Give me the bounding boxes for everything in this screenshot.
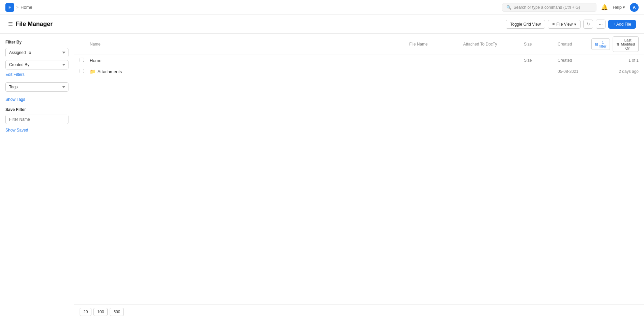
add-file-button[interactable]: + Add File: [608, 20, 636, 29]
fr-checkbox: [80, 69, 90, 74]
breadcrumb-row: Home Size Created 1 of 1: [74, 55, 644, 66]
bc-name: Home: [90, 58, 524, 63]
edit-filters-link[interactable]: Edit Filters: [5, 72, 68, 77]
avatar[interactable]: A: [630, 3, 639, 12]
search-bar[interactable]: 🔍 Search or type a command (Ctrl + G): [502, 3, 596, 12]
breadcrumb-home[interactable]: Home: [21, 5, 32, 10]
search-icon: 🔍: [506, 5, 511, 10]
main-layout: Filter By Assigned To Created By Edit Fi…: [0, 34, 644, 318]
filter-count-label: 1 filter: [599, 40, 607, 48]
sort-icon: ⇅: [616, 42, 619, 47]
tags-section: Tags: [5, 82, 68, 94]
assigned-to-select[interactable]: Assigned To: [5, 48, 68, 57]
show-saved-link[interactable]: Show Saved: [5, 128, 28, 133]
fr-checkbox-input[interactable]: [80, 69, 84, 73]
table-row[interactable]: 📁 Attachments 05-08-2021 2 days ago: [74, 66, 644, 77]
bc-checkbox: [80, 58, 90, 63]
tags-select[interactable]: Tags: [5, 82, 68, 92]
refresh-button[interactable]: ↻: [583, 20, 593, 29]
page-size-100[interactable]: 100: [93, 308, 108, 316]
filter-icon: ⊟: [595, 42, 598, 47]
pagination-bar: 20 100 500: [74, 304, 644, 318]
search-placeholder: Search or type a command (Ctrl + G): [513, 5, 580, 10]
top-nav-left: F > Home: [5, 3, 32, 12]
list-icon: ≡: [552, 22, 555, 27]
col-header-name: Name: [90, 42, 409, 47]
page-title-wrap: ☰ File Manager: [8, 21, 53, 28]
fr-modified: 2 days ago: [598, 69, 639, 74]
fr-created: 05-08-2021: [558, 69, 598, 74]
file-area: Name File Name Attached To DocTy Size Cr…: [74, 34, 644, 318]
page-size-20[interactable]: 20: [80, 308, 91, 316]
file-area-spacer: [74, 77, 644, 304]
fr-name: 📁 Attachments: [90, 69, 409, 74]
chevron-down-icon: ▾: [623, 5, 625, 10]
col-header-actions: ⊟ 1 filter ⇅ Last Modified On: [598, 36, 639, 52]
bell-icon[interactable]: 🔔: [601, 4, 608, 10]
bc-size: Size: [524, 58, 558, 63]
col-header-filename: File Name: [409, 42, 463, 47]
top-nav: F > Home 🔍 Search or type a command (Ctr…: [0, 0, 644, 15]
page-size-500[interactable]: 500: [110, 308, 124, 316]
col-header-size: Size: [524, 42, 558, 47]
save-filter-label: Save Filter: [5, 107, 68, 112]
bc-checkbox-input[interactable]: [80, 58, 84, 62]
created-by-select[interactable]: Created By: [5, 60, 68, 69]
breadcrumb-sep: >: [16, 5, 19, 10]
sort-button[interactable]: ⇅ Last Modified On: [613, 36, 639, 52]
bc-count: 1 of 1: [598, 58, 639, 63]
help-button[interactable]: Help ▾: [613, 5, 625, 10]
sort-label: Last Modified On: [621, 38, 635, 50]
page-header: ☰ File Manager Toggle Grid View ≡ File V…: [0, 15, 644, 34]
file-view-button[interactable]: ≡ File View ▾: [548, 20, 581, 29]
toggle-grid-view-button[interactable]: Toggle Grid View: [506, 20, 545, 29]
file-list-header: Name File Name Attached To DocTy Size Cr…: [74, 34, 644, 55]
bc-created: Created: [558, 58, 598, 63]
filter-button[interactable]: ⊟ 1 filter: [591, 38, 610, 50]
top-nav-right: 🔍 Search or type a command (Ctrl + G) 🔔 …: [502, 3, 639, 12]
filter-panel: Filter By Assigned To Created By Edit Fi…: [0, 34, 74, 318]
page-title: File Manager: [16, 21, 53, 28]
folder-name-label: Attachments: [97, 69, 122, 74]
more-options-button[interactable]: ···: [596, 20, 606, 29]
page-actions: Toggle Grid View ≡ File View ▾ ↻ ··· + A…: [506, 20, 636, 29]
filter-by-label: Filter By: [5, 40, 68, 45]
app-icon[interactable]: F: [5, 3, 14, 12]
filter-name-input[interactable]: [5, 115, 68, 124]
file-view-label: File View: [556, 22, 572, 27]
col-header-attached: Attached To DocTy: [463, 42, 524, 47]
folder-icon: 📁: [90, 69, 95, 74]
show-tags-link[interactable]: Show Tags: [5, 97, 68, 102]
hamburger-icon[interactable]: ☰: [8, 21, 13, 27]
chevron-down-icon: ▾: [574, 22, 576, 27]
help-label: Help: [613, 5, 622, 10]
